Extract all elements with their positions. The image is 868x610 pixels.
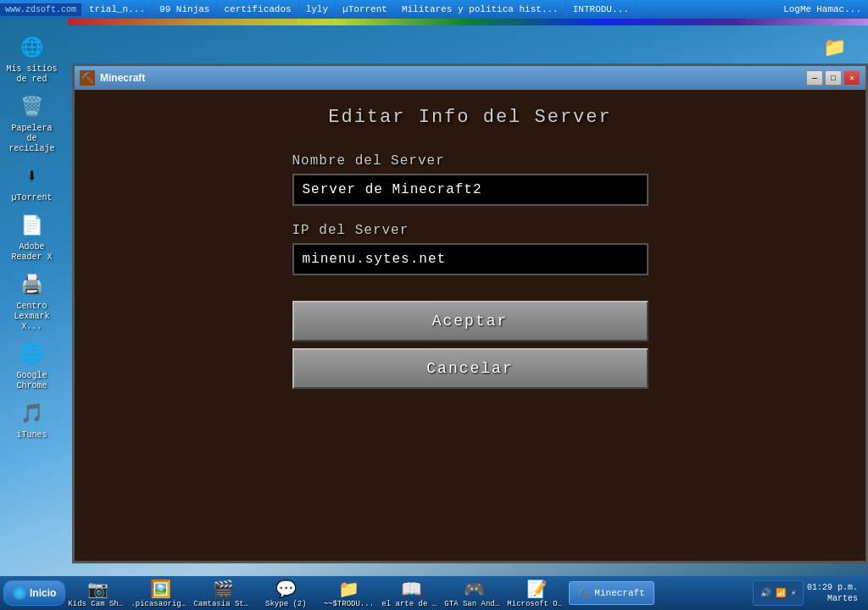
itunes-label: iTunes xyxy=(16,430,47,441)
top-tab[interactable]: INTRODU... xyxy=(566,0,637,19)
skype-taskbar-icon: 💬 xyxy=(275,579,297,600)
taskbar-tray: 🔊 📶 ⚡ xyxy=(753,580,804,606)
tray-icon-sound: 🔊 xyxy=(760,588,771,598)
itunes-icon: 🎵 xyxy=(17,398,47,429)
taskbar-right: 🔊 📶 ⚡ 01:29 p.m. Martes xyxy=(753,580,865,606)
taskbar-icon-kids-cam[interactable]: 📷 Kids Cam Show a... xyxy=(67,578,128,609)
adobe-label: Adobe Reader X xyxy=(5,242,59,263)
picasa-taskbar-label: .picasaorig... xyxy=(131,600,190,608)
desktop-icon-papelera[interactable]: 🗑️ Papelera de reciclaje xyxy=(3,89,62,157)
server-name-input[interactable] xyxy=(292,174,648,206)
server-ip-group: IP del Server xyxy=(292,223,648,275)
desktop-icon-lexmark[interactable]: 🖨️ Centro Lexmark X... xyxy=(3,267,62,335)
window-controls: — □ ✕ xyxy=(806,70,860,86)
maximize-button[interactable]: □ xyxy=(825,70,842,86)
desktop-icon-utorrent[interactable]: ⬇️ µTorrent xyxy=(3,158,62,206)
taskbar-icon-skype[interactable]: 💬 Skype (2) xyxy=(255,578,316,609)
picasa-taskbar-icon: 🖼️ xyxy=(150,579,171,600)
clock-day: Martes xyxy=(807,593,858,604)
desktop-icon-itunes[interactable]: 🎵 iTunes xyxy=(3,396,62,443)
papelera-icon: 🗑️ xyxy=(17,92,47,122)
server-ip-input[interactable] xyxy=(292,243,648,275)
taskbar: Inicio 📷 Kids Cam Show a... 🖼️ .picasaor… xyxy=(0,576,868,610)
hamac-label: Hamac... xyxy=(816,4,861,14)
trodur-taskbar-icon: 📁 xyxy=(338,579,359,600)
window-content: Editar Info del Server Nombre del Server… xyxy=(75,90,865,561)
top-tab[interactable]: trial_n... xyxy=(82,0,153,19)
lexmark-icon: 🖨️ xyxy=(17,269,47,300)
top-tab[interactable]: lyly xyxy=(299,0,336,19)
dialog-title: Editar Info del Server xyxy=(328,107,611,128)
gta-taskbar-taskbar-icon: 🎮 xyxy=(464,579,485,600)
skype-taskbar-label: Skype (2) xyxy=(265,600,307,608)
desktop-icon-chrome[interactable]: 🌐 Google Chrome xyxy=(3,336,62,394)
taskbar-icon-gta-taskbar[interactable]: 🎮 GTA San Andreas xyxy=(443,578,504,609)
top-tab[interactable]: 99 Ninjas xyxy=(153,0,217,19)
minecraft-window: ⛏️ Minecraft — □ ✕ Editar Info del Serve… xyxy=(72,64,868,563)
papelera-label: Papelera de reciclaje xyxy=(5,124,59,154)
top-right: LogMe Hamac... xyxy=(776,4,868,14)
clock-time: 01:29 p.m. xyxy=(807,582,858,593)
adobe-icon: 📄 xyxy=(17,210,47,241)
start-button[interactable]: Inicio xyxy=(3,580,65,606)
minecraft-icon: ⛏️ xyxy=(80,70,95,86)
cancel-button[interactable]: Cancelar xyxy=(292,348,648,389)
camtasia-taskbar-label: Camtasia Studio 7 ... xyxy=(193,600,253,608)
top-taskbar: www.zdsoft.com trial_n...99 Ninjascertif… xyxy=(0,0,868,19)
camtasia-taskbar-icon: 🎬 xyxy=(213,579,234,600)
start-logo xyxy=(13,586,26,600)
taskbar-icon-picasa[interactable]: 🖼️ .picasaorig... xyxy=(130,578,191,609)
arte-amar-taskbar-label: el arte de amar ca... xyxy=(381,600,441,608)
acceso-minecraft-icon: 📁 xyxy=(819,32,849,63)
utorrent-label: µTorrent xyxy=(11,193,52,203)
mis-sitios-label: Mis sitios de red xyxy=(5,64,59,85)
taskbar-icon-camtasia[interactable]: 🎬 Camtasia Studio 7 ... xyxy=(192,578,253,609)
arte-amar-taskbar-icon: 📖 xyxy=(401,579,422,600)
taskbar-clock: 01:29 p.m. Martes xyxy=(807,582,858,604)
minecraft-taskbar-label: Minecraft xyxy=(594,588,644,598)
close-button[interactable]: ✕ xyxy=(843,70,860,86)
msoffice-taskbar-label: Microsoft Office W... xyxy=(507,600,566,608)
server-name-label: Nombre del Server xyxy=(292,153,648,169)
start-label: Inicio xyxy=(30,587,56,599)
desktop-icon-mis-sitios[interactable]: 🌐 Mis sitios de red xyxy=(3,30,62,87)
minecraft-taskbar-icon: ⛏️ xyxy=(578,588,590,599)
brand-label: www.zdsoft.com xyxy=(0,3,82,16)
utorrent-icon: ⬇️ xyxy=(17,161,47,191)
kids-cam-taskbar-icon: 📷 xyxy=(87,579,108,600)
lexmark-label: Centro Lexmark X... xyxy=(5,302,59,332)
msoffice-taskbar-icon: 📝 xyxy=(526,579,548,600)
top-tab[interactable]: certificados xyxy=(217,0,298,19)
accept-button[interactable]: Aceptar xyxy=(292,301,648,341)
mis-sitios-icon: 🌐 xyxy=(17,32,47,63)
gta-taskbar-taskbar-label: GTA San Andreas xyxy=(444,600,504,608)
taskbar-icon-msoffice[interactable]: 📝 Microsoft Office W... xyxy=(506,578,567,609)
top-tab[interactable]: Militares y politica hist... xyxy=(395,0,566,19)
kids-cam-taskbar-label: Kids Cam Show a... xyxy=(68,600,127,608)
top-tab[interactable]: µTorrent xyxy=(336,0,395,19)
server-ip-label: IP del Server xyxy=(292,223,648,238)
desktop: www.zdsoft.com trial_n...99 Ninjascertif… xyxy=(0,0,868,610)
taskbar-icons-row: 📷 Kids Cam Show a... 🖼️ .picasaorig... 🎬… xyxy=(67,578,567,609)
taskbar-icon-arte-amar[interactable]: 📖 el arte de amar ca... xyxy=(381,578,442,609)
server-name-group: Nombre del Server xyxy=(292,153,648,206)
chrome-icon: 🌐 xyxy=(17,339,47,369)
buttons-group: Aceptar Cancelar xyxy=(292,301,648,389)
logme-label: LogMe xyxy=(783,4,811,14)
minimize-button[interactable]: — xyxy=(806,70,823,86)
desktop-icon-adobe[interactable]: 📄 Adobe Reader X xyxy=(3,208,62,265)
chrome-label: Google Chrome xyxy=(5,371,59,391)
minecraft-taskbar-btn[interactable]: ⛏️ Minecraft xyxy=(569,581,654,605)
window-titlebar: ⛏️ Minecraft — □ ✕ xyxy=(75,66,865,90)
tray-icon-battery: ⚡ xyxy=(791,588,796,598)
desktop-icons-left: 🌐 Mis sitios de red 🗑️ Papelera de recic… xyxy=(0,25,64,443)
top-tabs: trial_n...99 NinjascertificadoslylyµTorr… xyxy=(82,0,776,19)
tray-icon-network: 📶 xyxy=(776,588,786,598)
taskbar-icon-trodur[interactable]: 📁 ~~$TRODU... xyxy=(318,578,379,609)
window-title: Minecraft xyxy=(100,72,801,84)
trodur-taskbar-label: ~~$TRODU... xyxy=(324,600,374,608)
